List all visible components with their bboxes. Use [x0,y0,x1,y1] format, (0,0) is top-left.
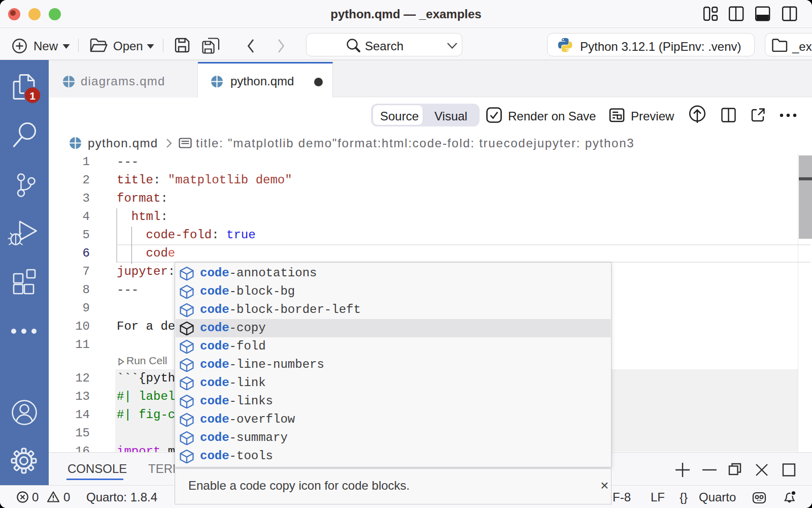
svg-text:1: 1 [29,90,36,102]
